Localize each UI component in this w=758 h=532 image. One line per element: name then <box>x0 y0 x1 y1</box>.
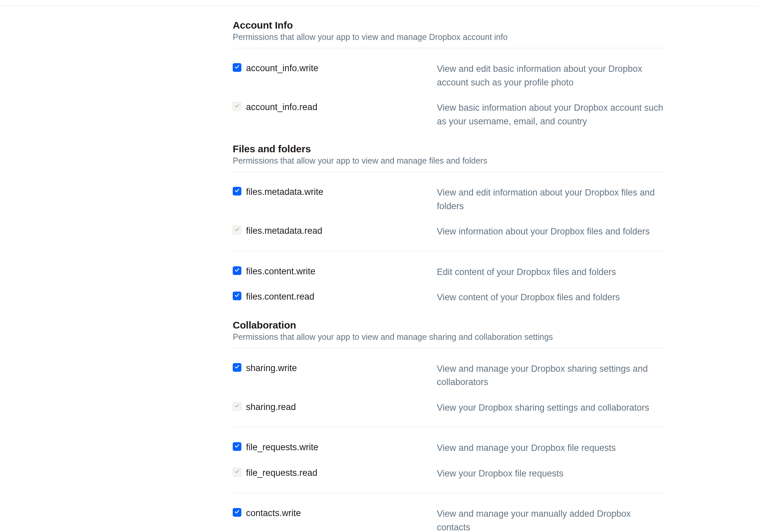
checkbox-sharing-read <box>233 402 241 411</box>
permission-name: files.metadata.write <box>246 186 323 198</box>
permission-row: files.content.writeEdit content of your … <box>233 259 664 285</box>
permission-group: contacts.writeView and manage your manua… <box>233 493 664 532</box>
check-icon <box>234 293 240 299</box>
permission-row: contacts.writeView and manage your manua… <box>233 501 664 532</box>
check-icon <box>234 509 240 516</box>
check-icon <box>234 227 240 233</box>
checkbox-files-content-write[interactable] <box>233 266 241 275</box>
permission-description: View information about your Dropbox file… <box>437 225 664 238</box>
permission-left: sharing.read <box>233 401 437 413</box>
permission-row: account_info.writeView and edit basic in… <box>233 56 664 95</box>
permission-group: account_info.writeView and edit basic in… <box>233 48 664 134</box>
permissions-section: Files and foldersPermissions that allow … <box>233 143 664 310</box>
permission-left: files.metadata.read <box>233 225 437 237</box>
permission-group: files.metadata.writeView and edit inform… <box>233 172 664 244</box>
check-icon <box>234 267 240 274</box>
permission-row: files.content.readView content of your D… <box>233 285 664 310</box>
check-icon <box>234 64 240 71</box>
permissions-section: CollaborationPermissions that allow your… <box>233 320 664 532</box>
permission-name: sharing.read <box>246 401 296 413</box>
permission-description: View and edit basic information about yo… <box>437 62 664 89</box>
permission-left: files.metadata.write <box>233 186 437 198</box>
check-icon <box>234 443 240 450</box>
permission-description: View and manage your Dropbox sharing set… <box>437 362 664 389</box>
permission-description: View basic information about your Dropbo… <box>437 101 664 128</box>
permission-name: file_requests.read <box>246 467 317 479</box>
checkbox-files-metadata-read <box>233 226 241 234</box>
permissions-section: Account InfoPermissions that allow your … <box>233 20 664 134</box>
checkbox-contacts-write[interactable] <box>233 508 241 517</box>
section-title: Account Info <box>233 20 664 31</box>
checkbox-files-metadata-write[interactable] <box>233 187 241 196</box>
checkbox-sharing-write[interactable] <box>233 363 241 372</box>
permission-group: files.content.writeEdit content of your … <box>233 251 664 310</box>
permission-description: View your Dropbox sharing settings and c… <box>437 401 664 415</box>
check-icon <box>234 364 240 371</box>
checkbox-file-requests-read <box>233 468 241 476</box>
check-icon <box>234 403 240 410</box>
checkbox-account-info-write[interactable] <box>233 63 241 72</box>
permission-name: account_info.read <box>246 101 317 113</box>
permission-row: file_requests.writeView and manage your … <box>233 435 664 461</box>
permission-row: sharing.writeView and manage your Dropbo… <box>233 356 664 395</box>
permission-row: files.metadata.readView information abou… <box>233 219 664 244</box>
permission-row: file_requests.readView your Dropbox file… <box>233 461 664 486</box>
section-title: Collaboration <box>233 320 664 331</box>
permission-description: Edit content of your Dropbox files and f… <box>437 265 664 279</box>
permission-description: View content of your Dropbox files and f… <box>437 291 664 304</box>
permission-name: files.content.read <box>246 291 315 303</box>
permission-name: files.content.write <box>246 265 316 277</box>
permission-name: account_info.write <box>246 62 318 74</box>
permission-left: files.content.read <box>233 291 437 303</box>
permission-row: account_info.readView basic information … <box>233 95 664 134</box>
check-icon <box>234 188 240 195</box>
permission-group: file_requests.writeView and manage your … <box>233 427 664 486</box>
permission-left: file_requests.read <box>233 467 437 479</box>
checkbox-account-info-read <box>233 102 241 111</box>
permission-left: contacts.write <box>233 507 437 519</box>
permissions-content: Account InfoPermissions that allow your … <box>87 6 671 532</box>
permission-left: account_info.read <box>233 101 437 113</box>
permission-group: sharing.writeView and manage your Dropbo… <box>233 348 664 421</box>
section-subtitle: Permissions that allow your app to view … <box>233 332 664 348</box>
check-icon <box>234 469 240 475</box>
section-subtitle: Permissions that allow your app to view … <box>233 156 664 172</box>
checkbox-file-requests-write[interactable] <box>233 442 241 451</box>
permission-row: files.metadata.writeView and edit inform… <box>233 180 664 219</box>
permission-row: sharing.readView your Dropbox sharing se… <box>233 395 664 421</box>
permission-name: sharing.write <box>246 362 297 374</box>
permission-description: View and edit information about your Dro… <box>437 186 664 213</box>
permission-description: View and manage your Dropbox file reques… <box>437 441 664 455</box>
check-icon <box>234 103 240 110</box>
permission-left: account_info.write <box>233 62 437 74</box>
permission-name: file_requests.write <box>246 441 318 453</box>
checkbox-files-content-read[interactable] <box>233 292 241 300</box>
permission-left: files.content.write <box>233 265 437 277</box>
permission-left: file_requests.write <box>233 441 437 453</box>
permission-name: contacts.write <box>246 507 301 519</box>
permission-name: files.metadata.read <box>246 225 322 237</box>
permission-left: sharing.write <box>233 362 437 374</box>
section-title: Files and folders <box>233 143 664 155</box>
permission-description: View your Dropbox file requests <box>437 467 664 480</box>
permission-description: View and manage your manually added Drop… <box>437 507 664 532</box>
section-subtitle: Permissions that allow your app to view … <box>233 32 664 48</box>
